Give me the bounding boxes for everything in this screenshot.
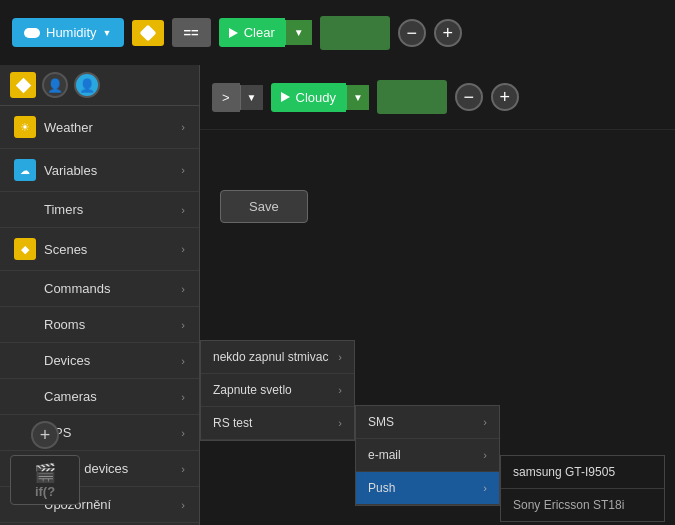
minus-button2[interactable]: −	[455, 83, 483, 111]
sidebar-item-scenes-row: ◆ Scenes	[14, 238, 87, 260]
devices-label: Devices	[44, 353, 90, 368]
second-toolbar: > ▼ Cloudy ▼ − +	[200, 65, 675, 130]
sidebar-item-weather[interactable]: ☀ Weather ›	[0, 106, 199, 149]
sidebar-top-icons: 👤 👤	[0, 65, 199, 106]
submenu3-item-samsung[interactable]: samsung GT-I9505	[501, 456, 664, 489]
virtual-devices-chevron-icon: ›	[181, 463, 185, 475]
sidebar-icon-person1[interactable]: 👤	[42, 72, 68, 98]
diamond-icon	[139, 24, 156, 41]
small-diamond-icon	[15, 77, 31, 93]
submenu-level2: SMS › e-mail › Push ›	[355, 405, 500, 506]
clapboard-icon: 🎬	[34, 462, 56, 484]
rooms-label: Rooms	[44, 317, 85, 332]
plus-button2[interactable]: +	[491, 83, 519, 111]
gt-dropdown-button[interactable]: ▼	[240, 85, 263, 110]
humidity-button[interactable]: Humidity ▼	[12, 18, 124, 47]
plus-button[interactable]: +	[434, 19, 462, 47]
humidity-label: Humidity	[46, 25, 97, 40]
zapnute-label: Zapnute svetlo	[213, 383, 292, 397]
nekdo-chevron-icon: ›	[338, 351, 342, 363]
submenu2-item-sms[interactable]: SMS ›	[356, 406, 499, 439]
cloudy-play-button[interactable]: Cloudy	[271, 83, 346, 112]
sidebar-item-commands[interactable]: Commands ›	[0, 271, 199, 307]
upozorneni-chevron-icon: ›	[181, 499, 185, 511]
main-area: 👤 👤 ☀ Weather › ☁ Variables ›	[0, 65, 675, 525]
cameras-chevron-icon: ›	[181, 391, 185, 403]
sidebar-item-cameras[interactable]: Cameras ›	[0, 379, 199, 415]
scenes-chevron-icon: ›	[181, 243, 185, 255]
save-label: Save	[249, 199, 279, 214]
weather-chevron-icon: ›	[181, 121, 185, 133]
commands-chevron-icon: ›	[181, 283, 185, 295]
variables-label: Variables	[44, 163, 97, 178]
green-result-box	[320, 16, 390, 50]
weather-icon: ☀	[14, 116, 36, 138]
if-text: if(?	[35, 484, 55, 499]
commands-label: Commands	[44, 281, 110, 296]
rs-label: RS test	[213, 416, 252, 430]
email-chevron-icon: ›	[483, 449, 487, 461]
push-chevron-icon: ›	[483, 482, 487, 494]
sidebar-item-rooms[interactable]: Rooms ›	[0, 307, 199, 343]
scenes-icon: ◆	[14, 238, 36, 260]
minus-icon: −	[406, 24, 417, 42]
sidebar: 👤 👤 ☀ Weather › ☁ Variables ›	[0, 65, 200, 525]
sidebar-bottom-icons: + 🎬 if(?	[10, 421, 80, 505]
submenu-level3: samsung GT-I9505 Sony Ericsson ST18i	[500, 455, 665, 522]
submenu2-item-push[interactable]: Push ›	[356, 472, 499, 505]
scenes-label: Scenes	[44, 242, 87, 257]
submenu3-item-sony[interactable]: Sony Ericsson ST18i	[501, 489, 664, 521]
variables-icon: ☁	[14, 159, 36, 181]
cameras-label: Cameras	[44, 389, 97, 404]
plus-icon2: +	[500, 88, 511, 106]
sms-label: SMS	[368, 415, 394, 429]
gt-button-group: > ▼	[212, 83, 263, 112]
submenu-level1: nekdo zapnul stmivac › Zapnute svetlo › …	[200, 340, 355, 441]
plus-icon: +	[442, 24, 453, 42]
clear-play-button[interactable]: Clear	[219, 18, 285, 47]
minus-button[interactable]: −	[398, 19, 426, 47]
push-label: Push	[368, 481, 395, 495]
sidebar-yellow-block	[10, 72, 36, 98]
clear-dropdown-button[interactable]: ▼	[285, 20, 312, 45]
cloudy-label: Cloudy	[296, 90, 336, 105]
sidebar-icon-person2[interactable]: 👤	[74, 72, 100, 98]
gt-button[interactable]: >	[212, 83, 240, 112]
add-circle-button[interactable]: +	[31, 421, 59, 449]
timers-label: Timers	[44, 202, 83, 217]
submenu1-item-nekdo[interactable]: nekdo zapnul stmivac ›	[201, 341, 354, 374]
gps-chevron-icon: ›	[181, 427, 185, 439]
sidebar-item-timers[interactable]: Timers ›	[0, 192, 199, 228]
top-toolbar: Humidity ▼ == Clear ▼ − +	[0, 0, 675, 65]
cloud-icon	[24, 28, 40, 38]
timers-chevron-icon: ›	[181, 204, 185, 216]
gt-label: >	[222, 90, 230, 105]
sidebar-item-variables-row: ☁ Variables	[14, 159, 97, 181]
equals-button[interactable]: ==	[172, 18, 211, 47]
zapnute-chevron-icon: ›	[338, 384, 342, 396]
play-icon	[229, 28, 238, 38]
if-block[interactable]: 🎬 if(?	[10, 455, 80, 505]
submenu2-item-email[interactable]: e-mail ›	[356, 439, 499, 472]
weather-label: Weather	[44, 120, 93, 135]
sidebar-item-variables[interactable]: ☁ Variables ›	[0, 149, 199, 192]
submenu1-item-zapnute[interactable]: Zapnute svetlo ›	[201, 374, 354, 407]
sidebar-item-devices[interactable]: Devices ›	[0, 343, 199, 379]
yellow-block-button[interactable]	[132, 20, 164, 46]
samsung-label: samsung GT-I9505	[513, 465, 615, 479]
variables-chevron-icon: ›	[181, 164, 185, 176]
save-button[interactable]: Save	[220, 190, 308, 223]
clear-button-group: Clear ▼	[219, 18, 312, 47]
sidebar-item-scenes[interactable]: ◆ Scenes ›	[0, 228, 199, 271]
submenu1-item-rs[interactable]: RS test ›	[201, 407, 354, 440]
cloudy-button-group: Cloudy ▼	[271, 83, 369, 112]
devices-chevron-icon: ›	[181, 355, 185, 367]
save-area: Save	[200, 130, 675, 243]
rooms-chevron-icon: ›	[181, 319, 185, 331]
green-result-box2	[377, 80, 447, 114]
sms-chevron-icon: ›	[483, 416, 487, 428]
minus-icon2: −	[464, 88, 475, 106]
cloudy-dropdown-button[interactable]: ▼	[346, 85, 369, 110]
rs-chevron-icon: ›	[338, 417, 342, 429]
email-label: e-mail	[368, 448, 401, 462]
